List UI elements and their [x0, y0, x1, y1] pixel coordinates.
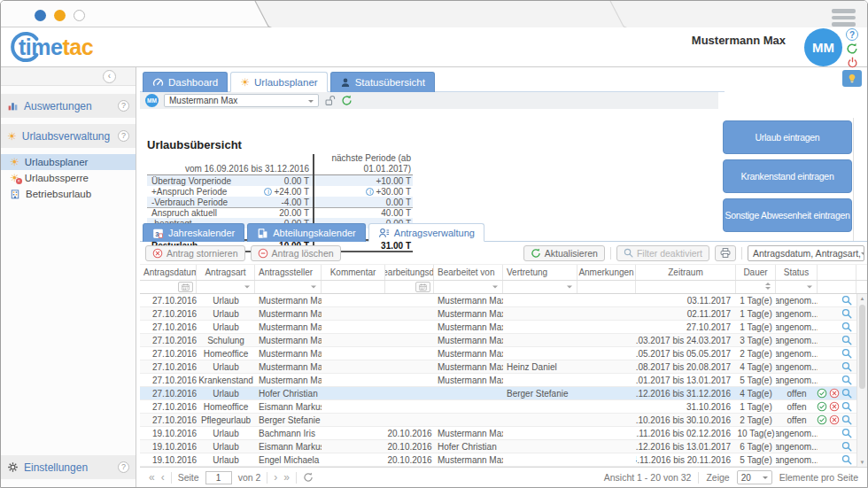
- first-page-icon[interactable]: «: [149, 471, 155, 484]
- table-row[interactable]: 27.10.2016UrlaubHofer ChristianBerger St…: [140, 387, 867, 400]
- table-row[interactable]: 27.10.2016UrlaubMustermann MaxMustermann…: [140, 321, 867, 334]
- info-icon[interactable]: i: [264, 188, 272, 196]
- column-header-Kommentar[interactable]: Kommentar: [322, 265, 385, 280]
- sidebar-item-einstellungen[interactable]: Einstellungen ?: [1, 455, 136, 479]
- sidebar-item-urlaubsverwaltung[interactable]: ☀ Urlaubsverwaltung ?: [1, 124, 136, 148]
- details-magnifier-icon[interactable]: [841, 361, 852, 372]
- table-row[interactable]: 27.10.2016KrankenstandMustermann MaxMust…: [140, 374, 867, 387]
- column-header-Antragsart[interactable]: Antragsart: [197, 265, 255, 280]
- approve-icon[interactable]: [817, 388, 827, 399]
- refresh-icon[interactable]: [341, 95, 353, 106]
- chevron-down-icon[interactable]: [311, 286, 316, 291]
- tab-jahreskalender[interactable]: 3 Jahreskalender: [143, 223, 244, 242]
- details-magnifier-icon[interactable]: [841, 321, 852, 332]
- column-header-Antragssteller[interactable]: Antragssteller: [255, 265, 322, 280]
- table-row[interactable]: 27.10.2016HomeofficeMustermann MaxMuster…: [140, 347, 867, 360]
- enter-sick-leave-button[interactable]: Krankenstand eintragen: [723, 159, 852, 193]
- details-magnifier-icon[interactable]: [841, 441, 852, 452]
- cancel-request-button[interactable]: Antrag stornieren: [145, 245, 245, 261]
- filter-select-5[interactable]: [434, 281, 503, 293]
- table-row[interactable]: 27.10.2016UrlaubMustermann MaxMustermann…: [140, 294, 867, 307]
- table-row[interactable]: 27.10.2016PflegeurlaubBerger Stefanie27.…: [140, 414, 867, 427]
- table-row[interactable]: 27.10.2016HomeofficeEismann Markus31.10.…: [140, 400, 867, 414]
- column-header-Bearbeitungsd...[interactable]: Bearbeitungsd...: [385, 265, 434, 280]
- table-row[interactable]: 27.10.2016UrlaubMustermann MaxMustermann…: [140, 360, 867, 374]
- reload-icon[interactable]: [303, 472, 314, 483]
- help-icon[interactable]: ?: [118, 100, 129, 112]
- page-size-dropdown[interactable]: 20: [737, 470, 772, 484]
- approve-icon[interactable]: [817, 401, 827, 412]
- columns-dropdown[interactable]: Antragsdatum, Antragsart,: [748, 245, 864, 261]
- calendar-icon[interactable]: [178, 282, 193, 292]
- user-select-dropdown[interactable]: Mustermann Max: [164, 94, 319, 107]
- unlock-icon[interactable]: [324, 95, 336, 106]
- filter-select-6[interactable]: [503, 281, 577, 293]
- details-magnifier-icon[interactable]: [841, 308, 852, 319]
- sidebar-item-auswertungen[interactable]: Auswertungen ?: [1, 94, 136, 118]
- details-magnifier-icon[interactable]: [841, 414, 852, 425]
- column-header-Status[interactable]: Status: [776, 265, 818, 280]
- chevron-down-icon[interactable]: [244, 286, 250, 291]
- lightbulb-icon[interactable]: [842, 70, 862, 87]
- menu-hamburger-icon[interactable]: [832, 6, 856, 29]
- filter-select-1[interactable]: [197, 281, 255, 293]
- table-row[interactable]: 27.10.2016SchulungMustermann MaxMusterma…: [140, 334, 867, 347]
- column-header-Vertretung[interactable]: Vertretung: [503, 265, 577, 280]
- column-header-Zeitraum[interactable]: Zeitraum: [636, 265, 736, 280]
- chevron-down-icon[interactable]: [492, 286, 498, 291]
- window-dot-outline-icon[interactable]: [74, 10, 85, 21]
- chevron-down-icon[interactable]: [567, 286, 572, 291]
- details-magnifier-icon[interactable]: [841, 348, 852, 359]
- table-row[interactable]: 19.10.2016UrlaubBachmann Iris20.10.2016M…: [140, 427, 867, 440]
- filter-disabled-button[interactable]: Filter deaktiviert: [616, 245, 709, 261]
- table-scrollbar[interactable]: ▲ ▼: [856, 294, 867, 467]
- sidebar-subitem-urlaubsplaner[interactable]: ☀ Urlaubsplaner: [1, 154, 136, 170]
- tab-antragsverwaltung[interactable]: Antragsverwaltung: [368, 223, 484, 242]
- enter-vacation-button[interactable]: Urlaub eintragen: [723, 120, 852, 154]
- details-magnifier-icon[interactable]: [841, 335, 852, 345]
- details-magnifier-icon[interactable]: [841, 401, 852, 412]
- details-magnifier-icon[interactable]: [841, 295, 852, 306]
- tab-dashboard[interactable]: Dashboard: [143, 72, 228, 92]
- info-icon[interactable]: i: [366, 188, 374, 196]
- sidebar-subitem-betriebsurlaub[interactable]: Betriebsurlaub: [1, 186, 136, 202]
- table-row[interactable]: 19.10.2016UrlaubEismann Markus20.10.2016…: [140, 440, 867, 453]
- delete-request-button[interactable]: Antrag löschen: [251, 245, 341, 261]
- column-header-Dauer[interactable]: Dauer: [736, 265, 776, 280]
- calendar-icon[interactable]: [415, 282, 430, 292]
- filter-select-10[interactable]: [776, 281, 818, 293]
- page-number-input[interactable]: 1: [205, 471, 232, 484]
- scroll-up-icon[interactable]: ▲: [857, 294, 867, 303]
- table-row[interactable]: 27.10.2016UrlaubMustermann MaxMustermann…: [140, 307, 867, 321]
- next-page-icon[interactable]: ›: [274, 471, 277, 484]
- column-header-Anmerkungen[interactable]: Anmerkungen: [577, 265, 636, 280]
- column-header-actions[interactable]: [818, 265, 856, 280]
- refresh-table-button[interactable]: Aktualisieren: [523, 245, 605, 261]
- sidebar-collapse-icon[interactable]: ‹: [103, 70, 116, 83]
- help-icon[interactable]: ?: [846, 28, 858, 41]
- print-button[interactable]: [715, 245, 736, 261]
- last-page-icon[interactable]: »: [283, 471, 290, 484]
- table-row[interactable]: 19.10.2016UrlaubEngel Michaela20.10.2016…: [140, 453, 867, 467]
- sidebar-subitem-urlaubssperre[interactable]: ☀× Urlaubssperre: [1, 170, 136, 186]
- prev-page-icon[interactable]: ‹: [161, 471, 165, 484]
- help-icon[interactable]: ?: [118, 130, 129, 142]
- number-spinner[interactable]: [765, 282, 771, 292]
- column-header-Bearbeitet von[interactable]: Bearbeitet von: [434, 265, 503, 280]
- window-dot-blue-icon[interactable]: [35, 10, 46, 21]
- chevron-down-icon[interactable]: [807, 286, 812, 291]
- scrollbar-thumb[interactable]: [859, 305, 865, 389]
- filter-select-2[interactable]: [255, 281, 322, 293]
- scroll-down-icon[interactable]: ▼: [857, 458, 867, 467]
- filter-calendar-4[interactable]: [385, 281, 434, 293]
- reject-icon[interactable]: [829, 388, 840, 399]
- tab-abteilungskalender[interactable]: Abteilungskalender: [247, 223, 366, 242]
- filter-spinner-9[interactable]: [736, 281, 776, 293]
- details-magnifier-icon[interactable]: [841, 428, 852, 438]
- window-dot-orange-icon[interactable]: [54, 10, 66, 21]
- details-magnifier-icon[interactable]: [841, 375, 852, 385]
- column-header-Antragsdatum[interactable]: Antragsdatum↓: [140, 265, 197, 280]
- tab-statusuebersicht[interactable]: Statusübersicht: [330, 72, 435, 92]
- help-icon[interactable]: ?: [118, 461, 129, 473]
- details-magnifier-icon[interactable]: [841, 454, 852, 465]
